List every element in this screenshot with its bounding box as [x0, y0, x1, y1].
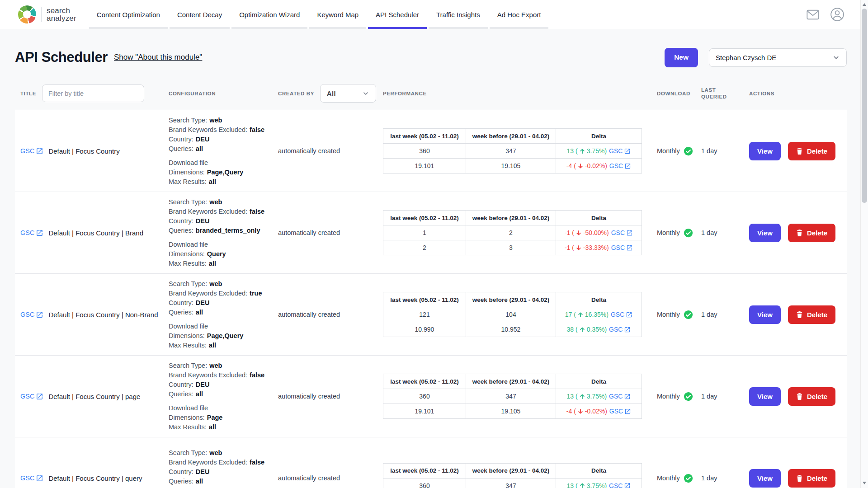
- gsc-link[interactable]: GSC: [20, 147, 43, 155]
- external-link-icon: [36, 393, 43, 400]
- mail-icon[interactable]: [807, 9, 819, 20]
- arrow-up-icon: [579, 326, 585, 333]
- delta-cell: -1 (-33.33%)GSC: [556, 240, 642, 255]
- scrollbar-thumb[interactable]: [862, 9, 867, 203]
- performance-table: last week (05.02 - 11.02)week before (29…: [383, 374, 642, 419]
- week-before-value: 19.105: [466, 404, 556, 419]
- brand-logo-icon: [18, 5, 36, 23]
- nav-optimization-wizard[interactable]: Optimization Wizard: [231, 0, 307, 29]
- top-bar: search analyzer Content OptimizationCont…: [0, 0, 868, 29]
- created-by: automatically created: [278, 229, 340, 236]
- download-file-link[interactable]: Download file: [169, 158, 278, 168]
- nav-content-decay[interactable]: Content Decay: [170, 0, 230, 29]
- created-by: automatically created: [278, 393, 340, 400]
- report-title: Default | Focus Country | query: [48, 474, 142, 482]
- nav-content-optimization[interactable]: Content Optimization: [89, 0, 168, 29]
- scrollbar-down-arrow[interactable]: [861, 480, 868, 486]
- view-button[interactable]: View: [749, 142, 781, 160]
- config-line: Country:DEU: [169, 135, 278, 144]
- view-button[interactable]: View: [749, 469, 781, 488]
- delta-gsc-link[interactable]: GSC: [609, 482, 631, 488]
- config-line: Queries:all: [169, 477, 278, 486]
- perf-col-header: last week (05.02 - 11.02): [383, 211, 466, 225]
- perf-col-header: Delta: [556, 129, 642, 144]
- last-week-value: 1: [383, 225, 466, 240]
- week-before-value: 2: [466, 225, 556, 240]
- delta-gsc-link[interactable]: GSC: [609, 162, 631, 169]
- account-icon[interactable]: [830, 7, 844, 22]
- delta-gsc-link[interactable]: GSC: [609, 393, 631, 400]
- perf-col-header: Delta: [556, 211, 642, 225]
- nav-keyword-map[interactable]: Keyword Map: [309, 0, 366, 29]
- config-line: Queries:all: [169, 144, 278, 154]
- perf-row: 36034713 (3.75%)GSC: [383, 144, 642, 159]
- main-nav: Content OptimizationContent DecayOptimiz…: [88, 0, 550, 29]
- perf-col-header: Delta: [556, 292, 642, 307]
- gsc-link[interactable]: GSC: [20, 393, 43, 400]
- scheduler-table: TITLE CONFIGURATION CREATED BY All PERFO…: [15, 77, 847, 488]
- title-filter-input[interactable]: [42, 84, 144, 102]
- delta-cell: -4 (-0.02%)GSC: [556, 159, 642, 174]
- delete-button[interactable]: Delete: [788, 305, 835, 324]
- report-title: Default | Focus Country: [48, 147, 119, 155]
- profile-select[interactable]: Stephan Czysch DE: [709, 48, 847, 67]
- view-button[interactable]: View: [749, 224, 781, 242]
- delete-button[interactable]: Delete: [788, 142, 835, 160]
- arrow-down-icon: [576, 230, 582, 236]
- week-before-value: 10.952: [466, 322, 556, 337]
- nav-traffic-insights[interactable]: Traffic Insights: [429, 0, 488, 29]
- external-link-icon: [626, 230, 633, 236]
- delta-gsc-link[interactable]: GSC: [609, 408, 631, 415]
- external-link-icon: [36, 229, 43, 237]
- delta-gsc-link[interactable]: GSC: [611, 244, 633, 251]
- new-button[interactable]: New: [665, 48, 698, 67]
- download-file-link[interactable]: Download file: [169, 404, 278, 413]
- vertical-scrollbar: [860, 0, 868, 488]
- gsc-link[interactable]: GSC: [20, 311, 43, 319]
- view-button[interactable]: View: [749, 387, 781, 406]
- nav-ad-hoc-export[interactable]: Ad Hoc Export: [490, 0, 549, 29]
- delete-button[interactable]: Delete: [788, 387, 835, 406]
- nav-api-scheduler[interactable]: API Scheduler: [368, 0, 427, 29]
- external-link-icon: [36, 474, 43, 482]
- download-frequency: Monthly: [657, 393, 680, 400]
- download-file-link[interactable]: Download file: [169, 240, 278, 249]
- delta-gsc-link[interactable]: GSC: [609, 147, 631, 155]
- delta-cell: 13 (3.75%)GSC: [556, 478, 642, 488]
- performance-table: last week (05.02 - 11.02)week before (29…: [383, 292, 642, 337]
- delete-button[interactable]: Delete: [788, 224, 835, 242]
- delta-cell: 38 (0.35%)GSC: [556, 322, 642, 337]
- brand-logo[interactable]: search analyzer: [0, 0, 76, 29]
- arrow-up-icon: [579, 393, 585, 400]
- about-module-link[interactable]: Show "About this module": [114, 53, 202, 62]
- arrow-up-icon: [577, 311, 584, 318]
- delta-gsc-link[interactable]: GSC: [609, 326, 631, 333]
- config-line: Dimensions:Page,Query: [169, 168, 278, 177]
- created-by-filter[interactable]: All: [320, 84, 376, 103]
- config-line: Queries:branded_terms_only: [169, 226, 278, 235]
- col-performance: PERFORMANCE: [383, 91, 657, 96]
- download-file-link[interactable]: Download file: [169, 322, 278, 331]
- config-line: Brand Keywords Excluded:false: [169, 371, 278, 380]
- report-title: Default | Focus Country | page: [48, 393, 140, 400]
- created-by: automatically created: [278, 147, 340, 155]
- gsc-link[interactable]: GSC: [20, 229, 43, 237]
- col-configuration: CONFIGURATION: [169, 91, 278, 96]
- delta-gsc-link[interactable]: GSC: [611, 229, 633, 236]
- delta-gsc-link[interactable]: GSC: [611, 311, 632, 318]
- table-header: TITLE CONFIGURATION CREATED BY All PERFO…: [15, 77, 847, 110]
- scrollbar-up-arrow[interactable]: [861, 1, 868, 8]
- delete-button[interactable]: Delete: [788, 469, 835, 488]
- config-line: Brand Keywords Excluded:false: [169, 458, 278, 467]
- trash-icon: [796, 229, 803, 237]
- config-line: Search Type:web: [169, 279, 278, 289]
- gsc-link[interactable]: GSC: [20, 474, 43, 482]
- perf-col-header: last week (05.02 - 11.02): [383, 292, 466, 307]
- perf-row: 10.99010.95238 (0.35%)GSC: [383, 322, 642, 337]
- view-button[interactable]: View: [749, 305, 781, 324]
- perf-col-header: week before (29.01 - 04.02): [466, 129, 556, 144]
- trash-icon: [796, 311, 803, 319]
- delta-cell: -4 (-0.02%)GSC: [556, 404, 642, 419]
- check-circle-icon: [684, 474, 693, 483]
- performance-table: last week (05.02 - 11.02)week before (29…: [383, 210, 642, 255]
